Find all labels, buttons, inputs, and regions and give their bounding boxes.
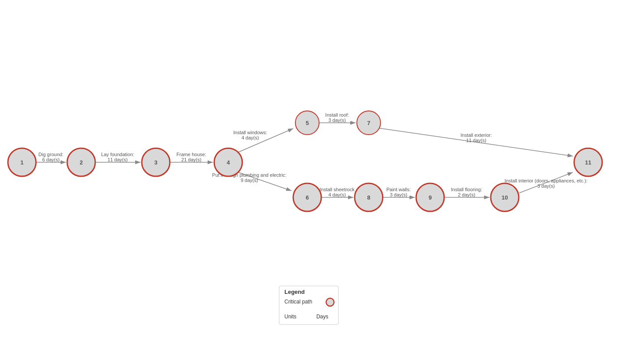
edge-sublabel-9-10: 2 day(s)	[458, 192, 475, 197]
node-label-4: 4	[226, 159, 230, 166]
node-label-1: 1	[20, 159, 23, 166]
edge-sublabel-3-4: 21 day(s)	[181, 157, 201, 162]
edge-sublabel-4-6: 9 day(s)	[241, 178, 258, 183]
edge-label-9-10: Install flooring:	[451, 187, 482, 192]
edge-label-8-9: Paint walls:	[386, 187, 411, 192]
edge-label-4-5: Install windows:	[233, 130, 267, 135]
edge-sublabel-4-5: 4 day(s)	[241, 135, 259, 140]
node-label-2: 2	[79, 159, 83, 166]
edge-label-1-2: Dig ground:	[39, 152, 64, 157]
node-label-7: 7	[367, 120, 370, 126]
edge-label-6-8: Install sheetrock	[320, 187, 355, 192]
edge-sublabel-1-2: 6 day(s)	[42, 157, 60, 162]
edge-sublabel-2-3: 11 day(s)	[108, 157, 128, 162]
edge-sublabel-6-8: 4 day(s)	[328, 192, 346, 197]
node-label-3: 3	[154, 159, 157, 166]
legend-critical-label: Critical path	[284, 299, 312, 305]
edge-sublabel-5-7: 3 day(s)	[328, 118, 346, 123]
edge-label-3-4: Frame house:	[176, 152, 206, 157]
legend-title: Legend	[284, 289, 305, 295]
edge-sublabel-10-11: 3 day(s)	[537, 183, 555, 189]
edge-sublabel-7-11: 11 day(s)	[466, 138, 486, 143]
node-label-9: 9	[428, 194, 431, 201]
legend-units-label: Units	[284, 314, 296, 320]
edge-label-7-11: Install exterior:	[460, 132, 492, 138]
diagram-container: Dig ground: 6 day(s) Lay foundation: 11 …	[0, 0, 618, 364]
network-diagram: Dig ground: 6 day(s) Lay foundation: 11 …	[0, 0, 618, 364]
legend-critical-icon	[326, 298, 334, 306]
node-label-8: 8	[367, 194, 370, 201]
node-label-5: 5	[305, 120, 309, 126]
legend-units-value: Days	[316, 314, 328, 320]
edge-sublabel-8-9: 3 day(s)	[390, 192, 407, 197]
node-label-10: 10	[502, 194, 508, 201]
edge-label-2-3: Lay foundation:	[101, 152, 134, 157]
edge-label-5-7: Install roof:	[325, 112, 349, 118]
edge-label-10-11: Install interior (doors, appliances, etc…	[505, 178, 588, 183]
node-label-6: 6	[305, 194, 309, 201]
node-label-11: 11	[585, 159, 591, 166]
